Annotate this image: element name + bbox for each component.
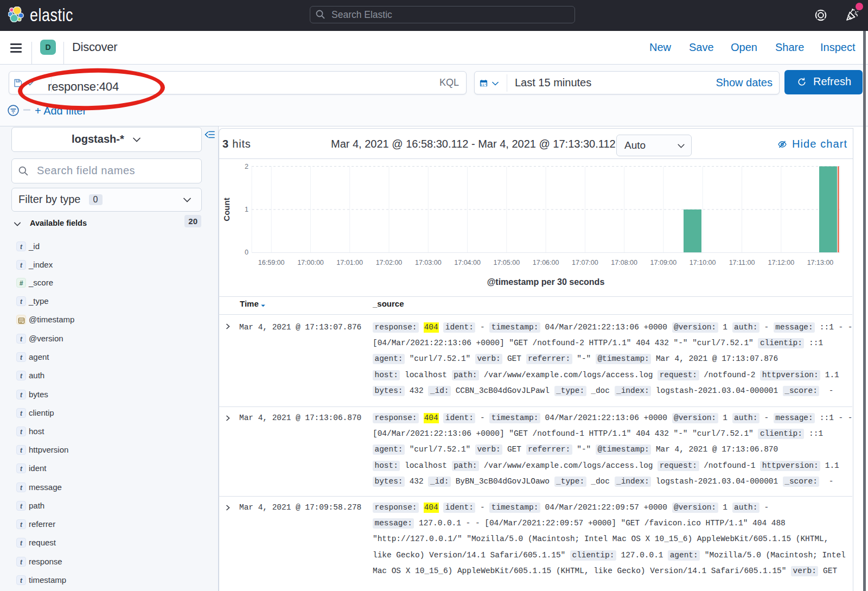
svg-text:0: 0 bbox=[245, 249, 248, 256]
svg-text:17:07:00: 17:07:00 bbox=[572, 259, 598, 266]
svg-text:2: 2 bbox=[245, 163, 248, 170]
svg-text:17:12:00: 17:12:00 bbox=[768, 259, 794, 266]
svg-text:16:59:00: 16:59:00 bbox=[258, 259, 285, 266]
svg-text:17:13:00: 17:13:00 bbox=[807, 259, 834, 266]
svg-text:17:03:00: 17:03:00 bbox=[415, 259, 442, 266]
svg-text:17:11:00: 17:11:00 bbox=[729, 259, 755, 266]
svg-text:17:08:00: 17:08:00 bbox=[611, 259, 637, 266]
svg-text:1: 1 bbox=[245, 206, 248, 213]
svg-text:17:01:00: 17:01:00 bbox=[336, 259, 363, 266]
svg-text:@timestamp per 30 seconds: @timestamp per 30 seconds bbox=[487, 277, 605, 287]
svg-text:Count: Count bbox=[222, 198, 231, 221]
svg-text:17:05:00: 17:05:00 bbox=[493, 259, 520, 266]
svg-text:17:10:00: 17:10:00 bbox=[690, 259, 716, 266]
svg-text:17:06:00: 17:06:00 bbox=[533, 259, 559, 266]
svg-text:17:02:00: 17:02:00 bbox=[376, 259, 403, 266]
svg-text:17:09:00: 17:09:00 bbox=[650, 259, 677, 266]
svg-text:17:04:00: 17:04:00 bbox=[454, 259, 481, 266]
svg-text:17:00:00: 17:00:00 bbox=[297, 259, 324, 266]
